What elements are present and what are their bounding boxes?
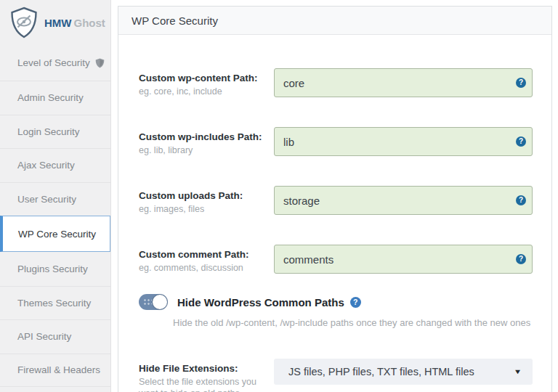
panel-body: Custom wp-content Path: eg. core, inc, i… (118, 35, 551, 392)
sidebar-item-label: API Security (17, 331, 71, 342)
hint-line-1: Select the file extensions you (139, 377, 256, 387)
help-icon[interactable]: ? (516, 78, 526, 88)
field-row-wp-content-path: Custom wp-content Path: eg. core, inc, i… (139, 68, 551, 97)
sidebar-item-wp-core-security[interactable]: WP Core Security (0, 216, 110, 252)
field-control: ? (274, 68, 533, 97)
brand-text: HMWGhost (44, 17, 105, 29)
field-label-text: Custom wp-includes Path: (139, 131, 274, 142)
sidebar-item-label: Ajax Security (17, 160, 75, 171)
field-control: ? (274, 186, 533, 215)
field-hint-text: eg. comments, discussion (139, 262, 262, 274)
sidebar-item-label: Admin Security (17, 92, 84, 103)
sidebar-item-label: Login Security (17, 126, 80, 137)
app-logo: HMWGhost (0, 0, 110, 45)
uploads-path-input[interactable] (274, 186, 533, 215)
sidebar-item-label: Plugins Security (17, 264, 88, 274)
field-label-text: Custom comment Path: (139, 249, 274, 260)
wp-includes-path-input[interactable] (274, 127, 533, 156)
field-label: Custom wp-includes Path: eg. lib, librar… (139, 127, 274, 156)
field-row-wp-includes-path: Custom wp-includes Path: eg. lib, librar… (139, 127, 551, 156)
wp-content-path-input[interactable] (274, 68, 533, 97)
field-hint-text: eg. lib, library (139, 144, 262, 156)
sidebar-item-firewall-headers[interactable]: Firewall & Headers (0, 354, 110, 388)
sidebar-item-themes-security[interactable]: Themes Security (0, 286, 110, 320)
hide-common-paths-block: Hide WordPress Common Paths ? Hide the o… (139, 294, 551, 328)
help-icon[interactable]: ? (516, 254, 526, 264)
panel-title: WP Core Security (132, 15, 218, 27)
sidebar-item-label: WP Core Security (18, 229, 96, 240)
field-hint-text: Select the file extensions you want to h… (139, 376, 262, 392)
brand-suffix: Ghost (74, 17, 105, 29)
hide-common-paths-toggle[interactable] (139, 294, 168, 310)
sidebar-item-login-security[interactable]: Login Security (0, 115, 110, 149)
help-icon[interactable]: ? (350, 297, 361, 308)
sidebar-item-label: Firewall & Headers (17, 364, 100, 375)
help-icon[interactable]: ? (516, 136, 526, 147)
field-label: Custom uploads Path: eg. images, files (139, 186, 274, 215)
sidebar-item-admin-security[interactable]: Admin Security (0, 81, 110, 115)
sidebar-item-api-security[interactable]: API Security (0, 319, 110, 354)
sidebar-item-label: Themes Security (17, 298, 91, 309)
toggle-knob-icon (153, 295, 167, 309)
field-label: Custom comment Path: eg. comments, discu… (139, 245, 274, 274)
brand-name: HMW (44, 17, 72, 29)
security-level-shield-icon (95, 58, 105, 68)
help-icon[interactable]: ? (516, 195, 526, 205)
toggle-description: Hide the old /wp-content, /wp-include pa… (173, 317, 551, 328)
wp-core-security-panel: WP Core Security Custom wp-content Path:… (118, 6, 552, 392)
sidebar-item-ajax-security[interactable]: Ajax Security (0, 148, 110, 182)
hint-line-2: want to hide on old paths (139, 388, 240, 392)
comment-path-input[interactable] (274, 245, 533, 274)
toggle-label: Hide WordPress Common Paths (177, 296, 344, 309)
panel-header: WP Core Security (118, 7, 551, 35)
chevron-down-icon: ▼ (514, 368, 522, 375)
field-hint-text: eg. images, files (139, 203, 262, 215)
shield-eye-logo-icon (9, 7, 39, 38)
toggle-row: Hide WordPress Common Paths ? (139, 294, 551, 310)
field-row-uploads-path: Custom uploads Path: eg. images, files ? (139, 186, 551, 215)
field-label-text: Hide File Extensions: (139, 363, 274, 374)
sidebar-item-plugins-security[interactable]: Plugins Security (0, 252, 110, 286)
field-hint-text: eg. core, inc, include (139, 86, 262, 97)
file-extensions-dropdown[interactable]: JS files, PHP files, TXT files, HTML fil… (274, 359, 533, 385)
field-row-comment-path: Custom comment Path: eg. comments, discu… (139, 245, 551, 274)
dropdown-selected-value: JS files, PHP files, TXT files, HTML fil… (288, 366, 474, 377)
field-label: Custom wp-content Path: eg. core, inc, i… (139, 68, 274, 97)
sidebar-item-user-security[interactable]: User Security (0, 182, 110, 216)
field-row-hide-file-extensions: Hide File Extensions: Select the file ex… (139, 359, 551, 392)
field-label: Hide File Extensions: Select the file ex… (139, 359, 274, 392)
field-label-text: Custom uploads Path: (139, 190, 274, 201)
sidebar-item-label: Level of Security (17, 57, 90, 68)
sidebar-item-label: User Security (17, 194, 76, 205)
field-control: JS files, PHP files, TXT files, HTML fil… (274, 359, 533, 392)
field-control: ? (274, 245, 533, 274)
sidebar-item-level-of-security[interactable]: Level of Security (0, 45, 110, 81)
field-control: ? (274, 127, 533, 156)
field-label-text: Custom wp-content Path: (139, 73, 274, 83)
sidebar: HMWGhost Level of Security Admin Securit… (0, 0, 111, 392)
